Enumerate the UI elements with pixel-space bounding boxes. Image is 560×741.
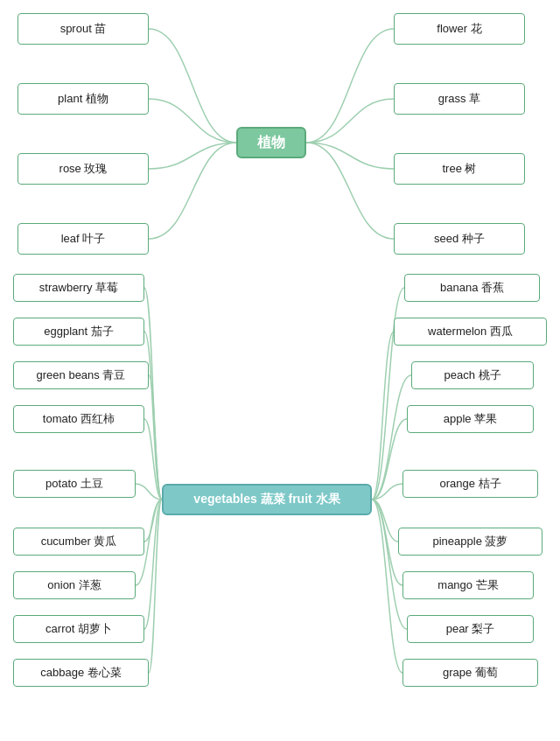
node-orange-桔子: orange 桔子 [402,470,538,498]
node-mango-芒果: mango 芒果 [402,571,534,599]
node-seed-种子: seed 种子 [394,223,525,255]
node-peach-桃子: peach 桃子 [411,361,534,389]
node-watermelon-西瓜: watermelon 西瓜 [394,318,547,346]
node-vegetables-蔬菜-fruit-水果: vegetables 蔬菜 fruit 水果 [162,484,372,515]
node-apple-苹果: apple 苹果 [407,405,534,433]
node-onion-洋葱: onion 洋葱 [13,571,136,599]
node-cucumber-黄瓜: cucumber 黄瓜 [13,528,144,556]
node-banana-香蕉: banana 香蕉 [404,274,540,302]
node-eggplant-茄子: eggplant 茄子 [13,318,144,346]
node-pear-梨子: pear 梨子 [407,615,534,643]
node-leaf-叶子: leaf 叶子 [18,223,149,255]
node-potato-土豆: potato 土豆 [13,470,136,498]
node-green-beans-青豆: green beans 青豆 [13,361,149,389]
node-grape-葡萄: grape 葡萄 [402,659,538,687]
node-carrot-胡萝卜: carrot 胡萝卜 [13,615,144,643]
node-rose-玫瑰: rose 玫瑰 [18,153,149,185]
node-strawberry-草莓: strawberry 草莓 [13,274,144,302]
node-sprout-苗: sprout 苗 [18,13,149,45]
node-flower-花: flower 花 [394,13,525,45]
node-tree-树: tree 树 [394,153,525,185]
node-plant-植物: plant 植物 [18,83,149,115]
mind-map: 植物sprout 苗plant 植物rose 玫瑰leaf 叶子flower 花… [0,0,560,741]
node-植物: 植物 [236,127,306,158]
node-grass-草: grass 草 [394,83,525,115]
node-tomato-西红柿: tomato 西红柿 [13,405,144,433]
node-pineapple-菠萝: pineapple 菠萝 [398,528,542,556]
node-cabbage-卷心菜: cabbage 卷心菜 [13,659,149,687]
